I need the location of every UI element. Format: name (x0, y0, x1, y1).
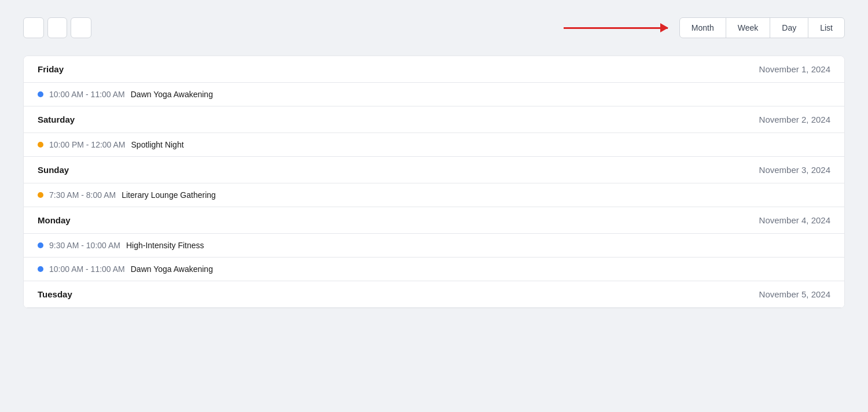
event-time: 10:00 AM - 11:00 AM (49, 90, 125, 99)
day-header-row: MondayNovember 4, 2024 (24, 207, 844, 234)
calendar-toolbar: Month Week Day List (23, 12, 845, 44)
day-date: November 1, 2024 (759, 64, 830, 74)
day-name: Friday (38, 64, 64, 74)
day-header-row: TuesdayNovember 5, 2024 (24, 281, 844, 308)
event-time: 10:00 AM - 11:00 AM (49, 264, 125, 274)
day-header-row: SaturdayNovember 2, 2024 (24, 106, 844, 133)
day-header-row: SundayNovember 3, 2024 (24, 157, 844, 183)
arrow-annotation (110, 27, 679, 29)
event-time: 10:00 PM - 12:00 AM (49, 140, 126, 149)
toolbar-left (23, 17, 110, 38)
event-title: Spotlight Night (131, 140, 184, 149)
event-time: 7:30 AM - 8:00 AM (49, 190, 116, 200)
event-row[interactable]: 7:30 AM - 8:00 AMLiterary Lounge Gatheri… (24, 183, 844, 207)
view-switcher: Month Week Day List (679, 17, 845, 38)
event-dot-icon (38, 266, 43, 272)
today-button[interactable] (47, 17, 67, 38)
day-date: November 4, 2024 (759, 215, 830, 225)
event-row[interactable]: 10:00 PM - 12:00 AMSpotlight Night (24, 133, 844, 157)
day-date: November 2, 2024 (759, 115, 830, 124)
month-view-button[interactable]: Month (679, 17, 726, 38)
month-selector[interactable] (95, 24, 110, 31)
next-button[interactable] (71, 17, 91, 38)
day-name: Monday (38, 215, 71, 225)
event-dot-icon (38, 192, 43, 198)
event-row[interactable]: 9:30 AM - 10:00 AMHigh-Intensity Fitness (24, 234, 844, 258)
event-dot-icon (38, 142, 43, 148)
calendar-list: FridayNovember 1, 202410:00 AM - 11:00 A… (23, 56, 845, 308)
prev-button[interactable] (23, 17, 44, 38)
event-row[interactable]: 10:00 AM - 11:00 AMDawn Yoga Awakening (24, 258, 844, 281)
day-name: Tuesday (38, 289, 72, 299)
day-name: Sunday (38, 165, 69, 175)
list-view-button[interactable]: List (808, 17, 845, 38)
event-dot-icon (38, 242, 43, 248)
event-dot-icon (38, 91, 43, 97)
event-time: 9:30 AM - 10:00 AM (49, 241, 120, 250)
event-title: High-Intensity Fitness (126, 241, 204, 250)
day-header-row: FridayNovember 1, 2024 (24, 56, 844, 83)
day-date: November 5, 2024 (759, 289, 830, 299)
event-title: Dawn Yoga Awakening (131, 264, 213, 274)
day-date: November 3, 2024 (759, 165, 830, 175)
event-title: Dawn Yoga Awakening (131, 90, 213, 99)
week-view-button[interactable]: Week (726, 17, 771, 38)
red-arrow (564, 27, 668, 29)
event-title: Literary Lounge Gathering (122, 190, 216, 200)
day-name: Saturday (38, 115, 75, 124)
event-row[interactable]: 10:00 AM - 11:00 AMDawn Yoga Awakening (24, 83, 844, 106)
arrow-line (564, 27, 668, 29)
day-view-button[interactable]: Day (770, 17, 808, 38)
